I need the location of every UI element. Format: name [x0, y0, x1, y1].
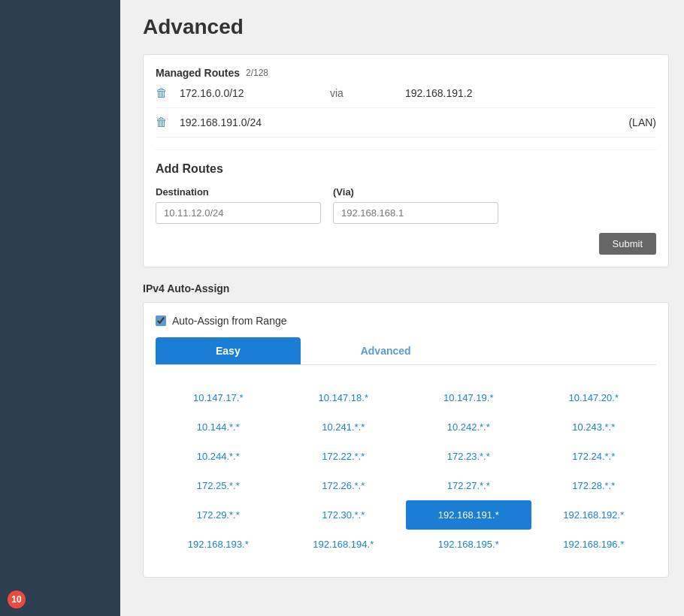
- submit-button[interactable]: Submit: [599, 233, 656, 255]
- ipv4-section-label: IPv4 Auto-Assign: [143, 282, 669, 294]
- ip-cell[interactable]: 172.24.*.*: [531, 442, 657, 471]
- ip-cell[interactable]: 10.244.*.*: [156, 442, 281, 471]
- ip-cell[interactable]: 192.168.195.*: [406, 530, 531, 559]
- ip-cell[interactable]: 172.25.*.*: [156, 471, 281, 500]
- ip-cell[interactable]: 10.147.20.*: [531, 383, 657, 412]
- tab-row: Easy Advanced: [156, 337, 656, 365]
- auto-assign-checkbox-row: Auto-Assign from Range: [156, 315, 656, 327]
- ip-cell-selected[interactable]: 192.168.191.*: [406, 500, 531, 530]
- tab-easy[interactable]: Easy: [156, 337, 301, 364]
- destination-label: Destination: [156, 186, 321, 198]
- ip-cell[interactable]: 10.241.*.*: [281, 412, 407, 442]
- ip-cell[interactable]: 172.30.*.*: [281, 500, 407, 530]
- main-content: Advanced Managed Routes 2/128 🗑 172.16.0…: [120, 0, 684, 616]
- ip-cell[interactable]: 10.147.19.*: [406, 383, 531, 412]
- auto-assign-checkbox[interactable]: [156, 316, 166, 326]
- via-input[interactable]: [333, 202, 498, 224]
- managed-routes-title: Managed Routes: [156, 67, 240, 79]
- auto-assign-label: Auto-Assign from Range: [172, 315, 287, 327]
- ip-grid: 10.147.17.* 10.147.18.* 10.147.19.* 10.1…: [156, 377, 656, 565]
- ip-cell[interactable]: 10.243.*.*: [531, 412, 657, 442]
- ip-cell[interactable]: 172.27.*.*: [406, 471, 531, 500]
- notification-badge: 10: [8, 590, 26, 608]
- via-label: (Via): [333, 186, 498, 198]
- ip-cell[interactable]: 172.26.*.*: [281, 471, 407, 500]
- managed-routes-header: Managed Routes 2/128: [156, 67, 656, 79]
- ip-cell[interactable]: 172.23.*.*: [406, 442, 531, 471]
- route-2-destination: 192.168.191.0/24: [180, 116, 300, 128]
- divider: [156, 149, 656, 150]
- destination-group: Destination: [156, 186, 321, 224]
- ipv4-card: Auto-Assign from Range Easy Advanced 10.…: [143, 302, 669, 578]
- delete-route-2-icon[interactable]: 🗑: [156, 116, 168, 129]
- via-group: (Via): [333, 186, 498, 224]
- ip-cell[interactable]: 192.168.196.*: [531, 530, 657, 559]
- page-title: Advanced: [143, 15, 669, 39]
- submit-row: Submit: [156, 233, 656, 255]
- route-1-gateway: 192.168.191.2: [405, 87, 473, 99]
- route-1-destination: 172.16.0.0/12: [180, 87, 300, 99]
- sidebar: [0, 0, 120, 616]
- ip-cell[interactable]: 192.168.194.*: [281, 530, 407, 559]
- managed-routes-count: 2/128: [246, 68, 268, 78]
- ip-cell[interactable]: 192.168.193.*: [156, 530, 281, 559]
- ip-cell[interactable]: 10.242.*.*: [406, 412, 531, 442]
- ip-cell[interactable]: 172.22.*.*: [281, 442, 407, 471]
- destination-input[interactable]: [156, 202, 321, 224]
- ip-cell[interactable]: 172.28.*.*: [531, 471, 657, 500]
- ip-cell[interactable]: 192.168.192.*: [531, 500, 657, 530]
- ipv4-title: IPv4 Auto-Assign: [143, 282, 669, 294]
- ip-cell[interactable]: 10.147.18.*: [281, 383, 407, 412]
- route-row: 🗑 172.16.0.0/12 via 192.168.191.2: [156, 79, 656, 108]
- ip-cell[interactable]: 10.144.*.*: [156, 412, 281, 442]
- add-routes-title: Add Routes: [156, 162, 656, 176]
- delete-route-1-icon[interactable]: 🗑: [156, 86, 168, 100]
- route-2-label: (LAN): [628, 116, 656, 128]
- tab-advanced[interactable]: Advanced: [301, 337, 471, 364]
- route-1-via: via: [330, 87, 375, 99]
- ip-cell[interactable]: 10.147.17.*: [156, 383, 281, 412]
- add-routes-form: Destination (Via): [156, 186, 656, 224]
- ip-cell[interactable]: 172.29.*.*: [156, 500, 281, 530]
- managed-routes-card: Managed Routes 2/128 🗑 172.16.0.0/12 via…: [143, 54, 669, 267]
- route-row: 🗑 192.168.191.0/24 (LAN): [156, 108, 656, 137]
